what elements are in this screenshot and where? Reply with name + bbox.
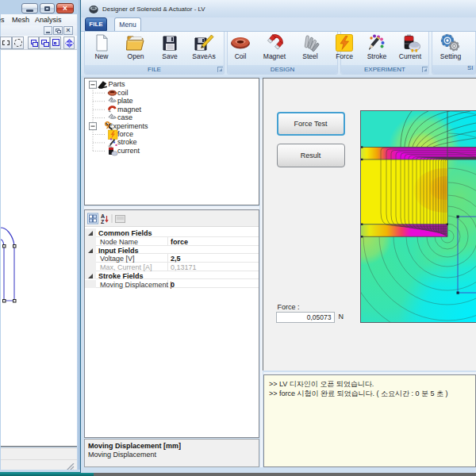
svg-text:A: A — [101, 213, 105, 219]
svg-text:Z: Z — [101, 219, 105, 225]
